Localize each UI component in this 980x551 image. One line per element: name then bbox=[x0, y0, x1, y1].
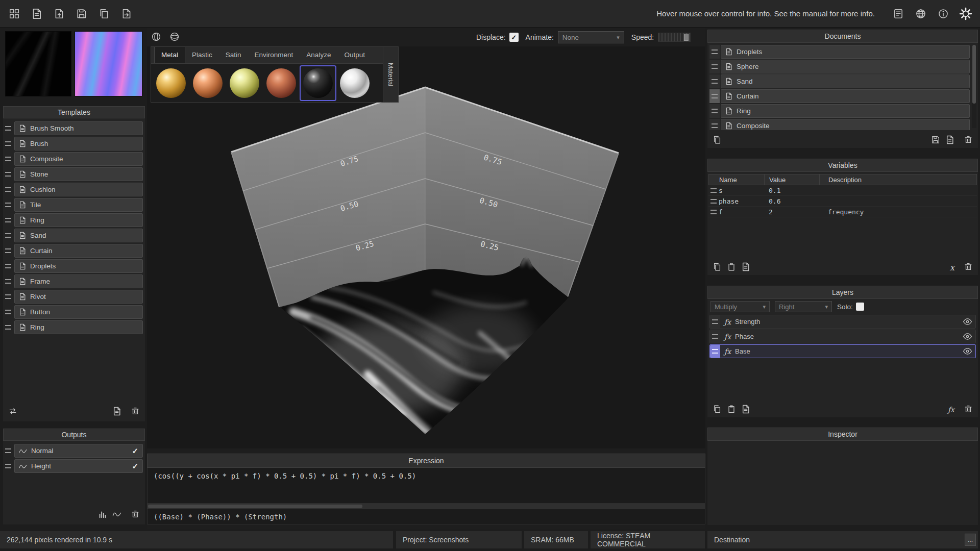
export-document-button[interactable] bbox=[51, 6, 67, 22]
material-swatch-brass[interactable] bbox=[226, 65, 263, 101]
drag-handle-icon[interactable] bbox=[5, 141, 11, 146]
variable-value[interactable]: 0.1 bbox=[764, 187, 819, 194]
speed-slider[interactable] bbox=[658, 33, 691, 42]
drag-handle-box[interactable] bbox=[709, 89, 720, 103]
drag-handle-icon[interactable] bbox=[5, 310, 11, 314]
variable-description[interactable]: frequency bbox=[819, 208, 977, 216]
material-swatch-chrome[interactable] bbox=[336, 65, 373, 101]
document-row[interactable]: Ring bbox=[709, 104, 970, 118]
drag-handle-box[interactable] bbox=[710, 315, 720, 328]
template-item[interactable]: Button bbox=[14, 305, 143, 319]
tab-satin[interactable]: Satin bbox=[219, 47, 248, 63]
histogram-button[interactable] bbox=[98, 510, 107, 520]
drag-handle-icon[interactable] bbox=[5, 187, 11, 192]
displace-checkbox[interactable]: ✓ bbox=[509, 33, 519, 42]
template-item[interactable]: Ring bbox=[14, 213, 143, 227]
template-item[interactable]: Ring bbox=[14, 320, 143, 334]
drag-handle-box[interactable] bbox=[709, 60, 720, 73]
sphere-preview-button[interactable] bbox=[150, 30, 163, 43]
save-document-button[interactable] bbox=[931, 135, 940, 146]
document-item[interactable]: Composite bbox=[721, 119, 970, 130]
variable-row[interactable]: phase 0.6 bbox=[708, 196, 977, 207]
document-row-selected[interactable]: Curtain bbox=[709, 89, 970, 103]
add-variable-button[interactable]: x bbox=[949, 262, 954, 272]
drag-handle-icon[interactable] bbox=[710, 188, 717, 193]
channel-dropdown[interactable]: Right ▾ bbox=[775, 301, 832, 312]
load-document-button[interactable] bbox=[118, 6, 135, 22]
template-item[interactable]: Curtain bbox=[14, 244, 143, 258]
document-row[interactable]: Composite bbox=[709, 119, 970, 130]
destination-browse-button[interactable]: ... bbox=[965, 534, 976, 546]
drag-handle-box[interactable] bbox=[710, 330, 720, 343]
speed-slider-thumb[interactable] bbox=[684, 34, 689, 41]
copy-button[interactable] bbox=[96, 6, 112, 22]
blend-mode-dropdown[interactable]: Multiply ▾ bbox=[710, 301, 770, 312]
material-side-tab[interactable]: Material bbox=[383, 47, 398, 102]
copy-variable-button[interactable] bbox=[713, 262, 722, 273]
drag-handle-box[interactable] bbox=[709, 104, 720, 118]
tab-analyze[interactable]: Analyze bbox=[300, 47, 337, 63]
template-item[interactable]: Sand bbox=[14, 229, 143, 242]
drag-handle-icon[interactable] bbox=[5, 172, 11, 177]
output-enabled-check[interactable]: ✓ bbox=[132, 446, 138, 456]
document-row[interactable]: Sphere bbox=[709, 60, 970, 73]
drag-handle-icon[interactable] bbox=[710, 199, 717, 204]
save-template-button[interactable] bbox=[112, 407, 121, 417]
document-item[interactable]: Sand bbox=[721, 74, 970, 88]
add-output-button[interactable] bbox=[112, 510, 121, 520]
expression-hscrollbar[interactable] bbox=[147, 504, 705, 509]
drag-handle-icon[interactable] bbox=[5, 233, 11, 238]
website-button[interactable] bbox=[913, 6, 929, 22]
drag-handle-icon[interactable] bbox=[5, 248, 11, 253]
paste-variable-button[interactable] bbox=[727, 262, 736, 273]
hscrollbar-thumb[interactable] bbox=[148, 505, 362, 508]
material-swatch-copper[interactable] bbox=[189, 65, 226, 101]
scrollbar-thumb[interactable] bbox=[972, 45, 976, 104]
tab-output[interactable]: Output bbox=[337, 47, 372, 63]
animate-dropdown[interactable]: None ▾ bbox=[558, 31, 624, 43]
document-item[interactable]: Droplets bbox=[721, 45, 970, 59]
template-item[interactable]: Tile bbox=[14, 198, 143, 212]
drag-handle-icon[interactable] bbox=[5, 203, 11, 207]
solo-checkbox[interactable] bbox=[856, 303, 864, 311]
drag-handle-icon[interactable] bbox=[5, 464, 11, 468]
document-item[interactable]: Ring bbox=[721, 104, 970, 118]
document-item[interactable]: Curtain bbox=[721, 89, 970, 103]
plane-preview-button[interactable] bbox=[168, 30, 181, 43]
drag-handle-icon[interactable] bbox=[5, 279, 11, 284]
drag-handle-box[interactable] bbox=[709, 119, 720, 130]
drag-handle-icon[interactable] bbox=[5, 325, 11, 330]
delete-output-button[interactable] bbox=[131, 510, 140, 520]
delete-layer-button[interactable] bbox=[964, 405, 973, 415]
material-swatch-black-selected[interactable] bbox=[300, 65, 336, 101]
document-row[interactable]: Sand bbox=[709, 74, 970, 88]
new-document-button[interactable] bbox=[945, 135, 954, 146]
template-item[interactable]: Stone bbox=[14, 167, 143, 181]
drag-handle-icon[interactable] bbox=[5, 264, 11, 268]
add-fx-layer-button[interactable]: ƒx bbox=[948, 406, 954, 414]
duplicate-document-button[interactable] bbox=[713, 135, 722, 146]
viewport-3d[interactable]: 0.75 0.50 0.25 0.75 0.50 0.25 bbox=[147, 46, 705, 448]
eye-icon[interactable] bbox=[963, 348, 972, 355]
template-item[interactable]: Composite bbox=[14, 152, 143, 166]
expression-editor[interactable]: (cos((y + cos(x * pi * f) * 0.5 + 0.5) *… bbox=[147, 468, 705, 504]
eye-icon[interactable] bbox=[963, 318, 972, 325]
paste-layer-button[interactable] bbox=[727, 405, 736, 415]
variable-value[interactable]: 2 bbox=[764, 208, 819, 216]
normal-map-preview[interactable] bbox=[75, 31, 142, 96]
document-row[interactable]: Droplets bbox=[709, 45, 970, 59]
output-item[interactable]: Normal✓ bbox=[14, 444, 143, 458]
template-item[interactable]: Cushion bbox=[14, 183, 143, 196]
drag-handle-box[interactable] bbox=[709, 74, 720, 88]
drag-handle-box[interactable] bbox=[710, 345, 720, 358]
app-grid-button[interactable] bbox=[6, 6, 22, 22]
new-document-button[interactable] bbox=[29, 6, 45, 22]
tab-metal[interactable]: Metal bbox=[154, 47, 185, 63]
document-item[interactable]: Sphere bbox=[721, 60, 970, 73]
documents-scrollbar[interactable] bbox=[972, 45, 976, 128]
copy-layer-button[interactable] bbox=[713, 405, 722, 415]
layer-row[interactable]: ƒx Phase bbox=[709, 330, 976, 343]
manual-button[interactable] bbox=[890, 6, 906, 22]
save-button[interactable] bbox=[74, 6, 90, 22]
duplicate-layer-button[interactable] bbox=[741, 405, 750, 415]
